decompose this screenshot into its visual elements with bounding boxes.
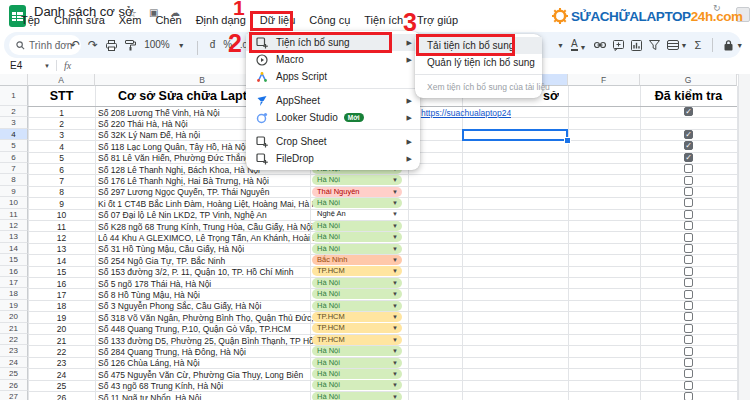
cell-stt[interactable]: 6	[28, 165, 95, 175]
chip-dropdown-icon[interactable]: ▼	[392, 380, 398, 390]
name-box[interactable]: E4	[10, 60, 22, 71]
row-header-4[interactable]: 4	[0, 129, 28, 140]
cell-stt[interactable]: 12	[28, 233, 95, 243]
row-header-26[interactable]: 26	[0, 380, 28, 391]
checkbox-unchecked[interactable]	[684, 392, 693, 400]
region-chip[interactable]: Hà Nội▼	[312, 358, 402, 368]
checkbox-unchecked[interactable]	[684, 198, 693, 207]
row-header-27[interactable]: 27	[0, 391, 28, 400]
cell-stt[interactable]: 23	[28, 358, 95, 368]
checkbox-unchecked[interactable]	[684, 267, 693, 276]
chip-dropdown-icon[interactable]: ▼	[392, 232, 398, 242]
checkbox-unchecked[interactable]	[684, 244, 693, 253]
checkbox-unchecked[interactable]	[684, 312, 693, 321]
row-header-20[interactable]: 20	[0, 311, 28, 322]
checkbox-checked[interactable]: ✓	[684, 153, 693, 162]
chip-dropdown-icon[interactable]: ▼	[392, 278, 398, 288]
row-header-13[interactable]: 13	[0, 231, 28, 242]
chip-dropdown-icon[interactable]: ▼	[392, 266, 398, 276]
cell-stt[interactable]: 2	[28, 119, 95, 129]
cell-stt[interactable]: 5	[28, 153, 95, 163]
cell-address[interactable]: Số 448 Quang Trung, P.10, Quận Gò Vấp, T…	[98, 324, 738, 334]
menu-item-3[interactable]: Apps Script	[246, 68, 420, 85]
region-chip[interactable]: TP.HCM▼	[312, 335, 402, 345]
region-chip[interactable]: TP.HCM▼	[312, 312, 402, 322]
checkbox-checked[interactable]: ✓	[684, 107, 693, 116]
redo-button[interactable]: ↷	[88, 32, 98, 58]
paint-format-button[interactable]	[125, 40, 136, 51]
insert-link-button[interactable]	[594, 41, 606, 49]
row-header-6[interactable]: 6	[0, 152, 28, 163]
region-chip[interactable]: Hà Nội▼	[312, 175, 402, 185]
cell-address[interactable]: Số 153 đường 3/2, P. 11, Quận 10, TP. Hồ…	[98, 267, 738, 277]
cell-address[interactable]: Số 07 Đại lộ Lê Nin LKD2, TP Vinh, Nghệ …	[98, 210, 738, 220]
chip-dropdown-icon[interactable]: ▼	[392, 301, 398, 311]
row-header-19[interactable]: 19	[0, 300, 28, 311]
region-chip[interactable]: Hà Nội▼	[312, 221, 402, 231]
menubar-item-4[interactable]: Chèn	[148, 13, 188, 29]
menu-item-5[interactable]: Looker StudioMới▶	[246, 109, 420, 126]
cell-address[interactable]: Lô 44 Khu A GLEXIMCO, Lê Trọng Tấn, An K…	[98, 233, 738, 243]
menubar-item-1[interactable]: Tệp	[14, 13, 47, 29]
region-chip[interactable]: Hà Nội▼	[312, 392, 402, 400]
menu-item-6[interactable]: Crop Sheet▶	[246, 133, 420, 150]
checkbox-unchecked[interactable]	[684, 278, 693, 287]
chip-dropdown-icon[interactable]: ▼	[392, 187, 398, 197]
menu-item-2[interactable]: Macro▶	[246, 51, 420, 68]
create-filter-button[interactable]	[649, 40, 660, 50]
region-chip[interactable]: Thái Nguyên▼	[312, 187, 402, 197]
column-header-F[interactable]: F	[568, 74, 640, 86]
cell-address[interactable]: Số K28 ngõ 68 Trung Kính, Trung Hòa, Cầu…	[98, 222, 738, 232]
cell-stt[interactable]: 15	[28, 267, 95, 277]
cell-stt[interactable]: 13	[28, 244, 95, 254]
cell-address[interactable]: Số 8 Hồ Tùng Mậu, Hà Nội	[98, 290, 738, 300]
cell-address[interactable]: Số 5 ngõ 178 Thái Hà, Hà Nội	[98, 279, 738, 289]
protect-range-button[interactable]: ▼	[724, 40, 743, 51]
grid-corner[interactable]	[0, 74, 28, 86]
cell-stt[interactable]: 9	[28, 199, 95, 209]
cell-stt[interactable]: 1	[28, 108, 95, 118]
checkbox-unchecked[interactable]	[684, 221, 693, 230]
print-button[interactable]	[106, 40, 117, 51]
checkbox-checked[interactable]: ✓	[684, 141, 693, 150]
column-header-A[interactable]: A	[28, 74, 95, 86]
cell-stt[interactable]: 10	[28, 210, 95, 220]
chip-dropdown-icon[interactable]: ▼	[392, 289, 398, 299]
row-header-9[interactable]: 9	[0, 186, 28, 197]
checkbox-unchecked[interactable]	[684, 233, 693, 242]
region-chip[interactable]: TP.HCM▼	[312, 323, 402, 333]
submenu-item-2[interactable]: Quản lý tiện ích bổ sung	[415, 54, 542, 71]
region-chip[interactable]: Hà Nội▼	[312, 301, 402, 311]
cell-stt[interactable]: 14	[28, 256, 95, 266]
insert-chart-button[interactable]	[631, 40, 642, 51]
cell-stt[interactable]: 17	[28, 290, 95, 300]
row-header-1[interactable]: 1	[0, 86, 28, 106]
cell-address[interactable]: Số 126 Chùa Láng, Hà Nội	[98, 358, 738, 368]
row-header-5[interactable]: 5	[0, 140, 28, 151]
cell-stt[interactable]: 26	[28, 393, 95, 400]
cell-address[interactable]: Số 318 Võ Văn Ngân, Phường Bình Thọ, Quậ…	[98, 313, 738, 323]
cell-stt[interactable]: 3	[28, 130, 95, 140]
hidden-tool-caret-icon[interactable]: ▼	[557, 42, 564, 49]
row-header-16[interactable]: 16	[0, 266, 28, 277]
menubar-item-7[interactable]: Công cụ	[302, 13, 357, 29]
checkbox-checked[interactable]: ✓	[684, 130, 693, 139]
region-chip[interactable]: Hà Nội▼	[312, 198, 402, 208]
row-header-8[interactable]: 8	[0, 174, 28, 185]
column-header-G[interactable]: G	[640, 74, 737, 86]
chip-dropdown-icon[interactable]: ▼	[392, 323, 398, 333]
row-header-2[interactable]: 2	[0, 106, 28, 117]
row-header-14[interactable]: 14	[0, 243, 28, 254]
region-chip[interactable]: TP.HCM▼	[312, 266, 402, 276]
cell-stt[interactable]: 24	[28, 370, 95, 380]
menu-item-4[interactable]: AppSheet▶	[246, 92, 420, 109]
chip-dropdown-icon[interactable]: ▼	[392, 209, 398, 219]
cell-website-link[interactable]: https://suachualaptop24	[421, 108, 511, 118]
chip-dropdown-icon[interactable]: ▼	[392, 255, 398, 265]
cell-address[interactable]: Số 11 Ngã tư Nhổn, Hà Nội	[98, 393, 738, 400]
row-header-24[interactable]: 24	[0, 357, 28, 368]
region-chip[interactable]: Hà Nội▼	[312, 369, 402, 379]
menubar-item-9[interactable]: Trợ giúp	[410, 13, 465, 29]
checkbox-unchecked[interactable]	[684, 381, 693, 390]
cell-address[interactable]: Số 254 Ngô Gia Tự, TP. Bắc Ninh	[98, 256, 738, 266]
